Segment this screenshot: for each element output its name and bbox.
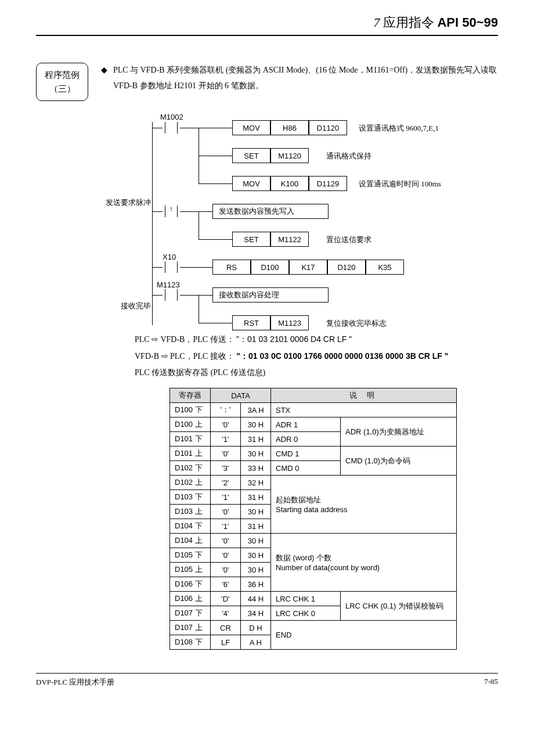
th-data: DATA — [211, 388, 271, 403]
table-row: D104 上 '0' 30 H 数据 (word) 个数 Number of d… — [170, 534, 457, 548]
chapter-title: 应用指令 — [383, 15, 434, 30]
box-rst: RST — [232, 315, 270, 330]
note-r8: 复位接收完毕标志 — [326, 318, 387, 329]
box-d100: D100 — [251, 260, 289, 275]
box-mov: MOV — [232, 120, 270, 135]
page-header: 7 应用指令 API 50~99 — [36, 14, 498, 36]
box-m1123: M1123 — [270, 315, 309, 330]
footer-left: DVP-PLC 应用技术手册 — [36, 677, 114, 687]
example-badge-line2: （三） — [45, 82, 80, 96]
tx2: VFD-B ⇨ PLC，PLC 接收： "：01 03 0C 0100 1766… — [135, 348, 498, 365]
side-recv-done: 接收完毕 — [121, 301, 151, 311]
contact-label-x10: X10 — [163, 253, 176, 261]
box-m1120: M1120 — [270, 148, 309, 163]
box-rs: RS — [212, 260, 251, 275]
tx1-label: PLC ⇨ VFD-B，PLC 传送： — [135, 335, 234, 344]
box-h86: H86 — [270, 120, 309, 135]
ladder-diagram: M1002 MOV H86 D1120 设置通讯格式 9600,7,E,1 SE… — [152, 116, 534, 325]
api-range: API 50~99 — [437, 15, 498, 30]
note-r5: 置位送信要求 — [326, 235, 371, 245]
box-mov2: MOV — [232, 176, 270, 191]
table-row: D107 上 CR D H END — [170, 621, 457, 635]
note-r3: 设置通讯逾时时间 100ms — [359, 179, 441, 189]
page-footer: DVP-PLC 应用技术手册 7-85 — [36, 673, 498, 687]
data-table: 寄存器 DATA 说 明 D100 下 '：' 3A H STX D100 上 … — [169, 388, 457, 650]
box-recv-proc: 接收数据内容处理 — [212, 287, 329, 303]
contact-label-m1123: M1123 — [157, 280, 180, 289]
table-row: D106 上 'D' 44 H LRC CHK 1 LRC CHK (0,1) … — [170, 592, 457, 606]
th-reg: 寄存器 — [170, 388, 211, 403]
table-row: D102 上 '2' 32 H 起始数据地址 Starting data add… — [170, 476, 457, 490]
tx3: PLC 传送数据寄存器 (PLC 传送信息) — [135, 365, 498, 381]
tx2-data: "：01 03 0C 0100 1766 0000 0000 0136 0000… — [236, 351, 448, 361]
table-row: D101 上 '0' 30 H CMD 1 CMD (1,0)为命令码 — [170, 447, 457, 461]
contact-label-pulse: 发送要求脉冲 — [106, 197, 151, 208]
tx1-data: "：01 03 2101 0006 D4 CR LF " — [236, 334, 352, 344]
box-prewrite: 发送数据内容预先写入 — [212, 204, 329, 219]
chapter-number: 7 — [373, 15, 380, 30]
box-d1120: D1120 — [309, 120, 347, 135]
example-badge: 程序范例 （三） — [36, 63, 88, 101]
bullet-icon: ◆ — [101, 63, 107, 78]
th-desc: 说 明 — [271, 388, 457, 403]
example-badge-line1: 程序范例 — [45, 68, 80, 82]
box-set1: SET — [232, 148, 270, 163]
table-row: D100 下 '：' 3A H STX — [170, 403, 457, 417]
contact-label-m1002: M1002 — [160, 113, 183, 121]
box-d120: D120 — [327, 260, 366, 275]
box-k35: K35 — [366, 260, 404, 275]
box-d1129: D1129 — [309, 176, 347, 191]
tx1: PLC ⇨ VFD-B，PLC 传送： "：01 03 2101 0006 D4… — [135, 331, 498, 348]
box-m1122: M1122 — [270, 232, 309, 247]
box-k100: K100 — [270, 176, 309, 191]
box-k17: K17 — [289, 260, 327, 275]
table-row: D100 上 '0' 30 H ADR 1 ADR (1,0)为变频器地址 — [170, 417, 457, 432]
intro-text: PLC 与 VFD-B 系列变频器联机 (变频器为 ASCII Mode)、(1… — [113, 63, 498, 93]
note-r2: 通讯格式保持 — [326, 151, 371, 161]
footer-right: 7-85 — [484, 677, 498, 687]
box-set2: SET — [232, 232, 270, 247]
note-r1: 设置通讯格式 9600,7,E,1 — [359, 123, 439, 134]
tx2-label: VFD-B ⇨ PLC，PLC 接收： — [135, 352, 234, 361]
